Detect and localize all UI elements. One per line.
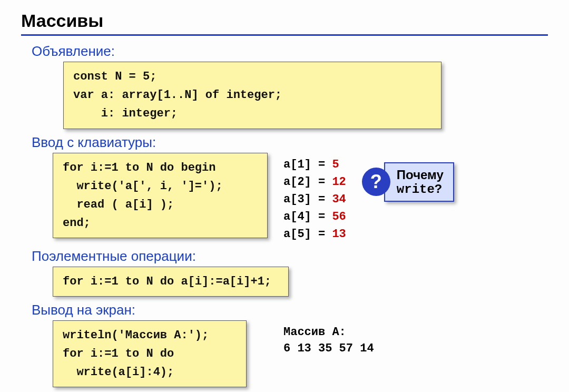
sample-values: a[1] = 5 a[2] = 12 a[3] = 34 a[4] = 56 a… bbox=[283, 156, 346, 243]
sample-key: a[1] = bbox=[283, 158, 332, 171]
section-elementwise-label: Поэлементные операции: bbox=[32, 248, 548, 264]
sample-key: a[3] = bbox=[283, 193, 332, 206]
callout-why-write: ? Почему write? bbox=[362, 162, 454, 202]
code-elementwise: for i:=1 to N do a[i]:=a[i]+1; bbox=[53, 267, 289, 297]
code-output: writeln('Массив A:'); for i:=1 to N do w… bbox=[53, 320, 247, 388]
output-result: Массив A: 6 13 35 57 14 bbox=[283, 326, 374, 355]
sample-key: a[5] = bbox=[283, 228, 332, 241]
sample-val: 12 bbox=[332, 175, 346, 189]
callout-line2: write? bbox=[397, 182, 444, 197]
code-input: for i:=1 to N do begin write('a[', i, ']… bbox=[53, 153, 268, 239]
sample-val: 34 bbox=[332, 193, 346, 206]
output-result-values: 6 13 35 57 14 bbox=[283, 342, 374, 355]
sample-val: 13 bbox=[332, 228, 346, 241]
sample-val: 56 bbox=[332, 210, 346, 223]
callout-line1: Почему bbox=[397, 168, 444, 182]
section-declaration-label: Объявление: bbox=[32, 43, 548, 60]
section-input-label: Ввод с клавиатуры: bbox=[32, 134, 548, 151]
page-title: Массивы bbox=[21, 11, 548, 36]
output-result-label: Массив A: bbox=[283, 326, 374, 339]
sample-val: 5 bbox=[332, 158, 339, 171]
code-declaration: const N = 5; var a: array[1..N] of integ… bbox=[63, 62, 442, 129]
sample-key: a[2] = bbox=[283, 175, 332, 189]
section-output-label: Вывод на экран: bbox=[32, 302, 548, 318]
sample-key: a[4] = bbox=[283, 210, 332, 223]
question-icon: ? bbox=[362, 168, 390, 196]
